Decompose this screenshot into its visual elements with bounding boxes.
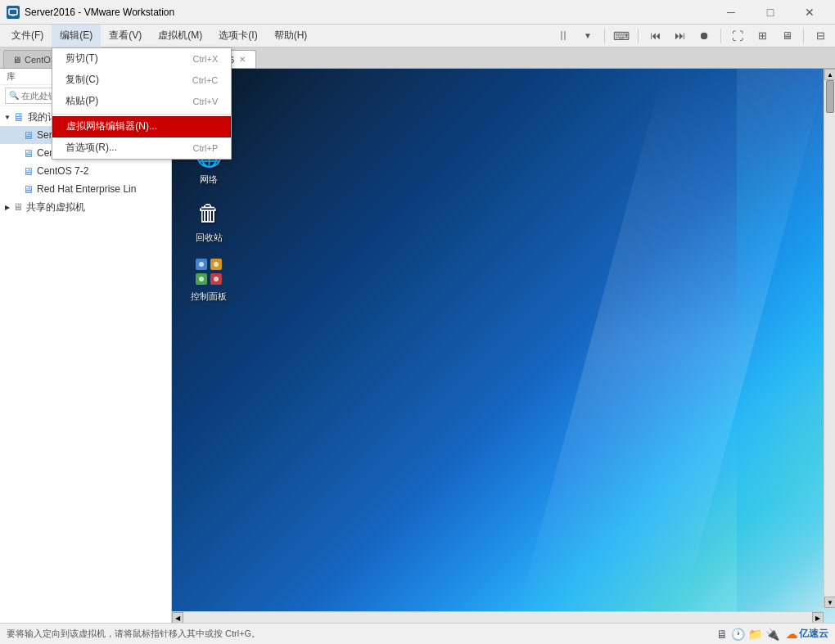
control-panel-icon [192,255,225,288]
menu-vm[interactable]: 虚拟机(M) [150,25,210,47]
app-icon [7,6,20,19]
toolbar-sep-1 [604,29,605,43]
status-icons: 🖥 🕐 📁 🔌 [716,628,779,641]
toolbar-snap1-icon[interactable]: ⏮ [643,26,666,46]
title-bar-text: Server2016 - VMware Workstation [25,7,174,18]
toolbar-send-icon[interactable]: ⌨ [610,26,633,46]
menu-tab[interactable]: 选项卡(I) [210,25,265,47]
svg-point-7 [214,262,219,267]
scrollbar-up-button[interactable]: ▲ [824,69,835,80]
sidebar-item-shared[interactable]: ▶ 🖥 共享的虚拟机 [0,198,171,216]
scrollbar-thumb-v[interactable] [826,80,834,113]
network-label: 网络 [200,174,218,185]
status-bar: 要将输入定向到该虚拟机，请将鼠标指针移入其中或按 Ctrl+G。 🖥 🕐 📁 🔌… [0,623,835,644]
scrollbar-track-h[interactable] [183,612,812,623]
brand-label: ☁ 亿速云 [786,627,828,641]
sidebar-item-centos72[interactable]: 🖥 CentOS 7-2 [0,162,171,180]
toolbar: ⏸ ▼ ⌨ ⏮ ⏭ ⏺ ⛶ ⊞ 🖥 ⊟ [552,26,832,46]
toolbar-snap2-icon[interactable]: ⏭ [668,26,691,46]
menu-edit[interactable]: 编辑(E) 剪切(T) Ctrl+X 复制(C) Ctrl+C 粘贴(P) Ct… [52,25,101,47]
shared-icon: 🖥 [13,201,23,213]
status-message: 要将输入定向到该虚拟机，请将鼠标指针移入其中或按 Ctrl+G。 [7,628,260,640]
horizontal-scrollbar[interactable]: ◀ ▶ [172,611,824,623]
status-right: 🖥 🕐 📁 🔌 ☁ 亿速云 [716,627,828,641]
tab-server2016-close[interactable]: ✕ [237,55,247,64]
sidebar-tree: ▼ 🖥 我的计算机 🖥 Server2016 🖥 CentOS 7-1 [0,106,171,623]
svg-rect-0 [9,9,17,15]
search-icon: 🔍 [9,91,19,100]
scrollbar-down-button[interactable]: ▼ [824,597,835,608]
sidebar-label-centos72: CentOS 7-2 [37,165,88,177]
minimize-button[interactable]: ─ [712,0,750,25]
sidebar-label-shared: 共享的虚拟机 [26,200,85,214]
desktop-icon-recycle[interactable]: 🗑 回收站 [180,193,237,246]
recycle-bin-icon: 🗑 [192,196,225,229]
menu-help[interactable]: 帮助(H) [266,25,316,47]
toolbar-sep-2 [638,29,639,43]
vm-icon-redhat: 🖥 [23,183,34,196]
toolbar-dropdown-icon[interactable]: ▼ [576,26,599,46]
vm-icon-server2016: 🖥 [23,129,34,142]
brand-icon: ☁ [786,628,797,641]
menu-view[interactable]: 查看(V) [101,25,150,47]
sidebar-item-redhat[interactable]: 🖥 Red Hat Enterprise Lin [0,180,171,198]
scrollbar-track-v[interactable] [824,80,835,597]
tab-centos71-icon: 🖥 [12,55,21,65]
scrollbar-left-button[interactable]: ◀ [172,612,183,623]
light-streak-2 [737,69,835,401]
pc-icon: 🖥 [13,110,25,124]
menu-bar: 文件(F) 编辑(E) 剪切(T) Ctrl+X 复制(C) Ctrl+C 粘贴… [0,25,835,47]
desktop-icon-control-panel[interactable]: 控制面板 [180,252,237,305]
edit-dropdown-menu: 剪切(T) Ctrl+X 复制(C) Ctrl+C 粘贴(P) Ctrl+V 虚… [52,47,232,160]
vertical-scrollbar[interactable]: ▲ ▼ [824,69,835,608]
usb-status-icon: 🔌 [765,628,779,641]
recycle-label: 回收站 [196,232,223,243]
folder-status-icon: 📁 [748,628,762,641]
expand-icon: ▼ [3,114,11,121]
toolbar-multi-icon[interactable]: ⊟ [809,26,832,46]
toolbar-pause-icon[interactable]: ⏸ [552,26,575,46]
menu-items: 文件(F) 编辑(E) 剪切(T) Ctrl+X 复制(C) Ctrl+C 粘贴… [3,25,315,47]
dropdown-separator-1 [52,114,231,115]
light-streak-3 [737,401,835,623]
menu-vnet-editor[interactable]: 虚拟网络编辑器(N)... [52,116,231,137]
vm-icon-centos71: 🖥 [23,147,34,160]
toolbar-unity-icon[interactable]: ⊞ [751,26,774,46]
sidebar-label-redhat: Red Hat Enterprise Lin [37,183,136,195]
svg-rect-1 [11,15,15,16]
menu-file[interactable]: 文件(F) [3,25,52,47]
title-bar-left: Server2016 - VMware Workstation [7,6,174,19]
expand-icon-shared: ▶ [3,204,11,211]
title-bar: Server2016 - VMware Workstation ─ □ ✕ [0,0,835,25]
svg-point-6 [199,262,204,267]
toolbar-display-icon[interactable]: 🖥 [775,26,798,46]
menu-paste[interactable]: 粘贴(P) Ctrl+V [52,91,231,112]
network-status-icon: 🖥 [716,628,728,641]
vm-icon-centos72: 🖥 [23,165,34,178]
toolbar-sep-3 [720,29,721,43]
menu-copy[interactable]: 复制(C) Ctrl+C [52,70,231,91]
clock-status-icon: 🕐 [731,628,745,641]
vm-viewport[interactable]: 🖥 此电脑 🌐 网络 🗑 回收站 [172,69,835,623]
menu-cut[interactable]: 剪切(T) Ctrl+X [52,48,231,70]
menu-preferences[interactable]: 首选项(R)... Ctrl+P [52,137,231,159]
close-button[interactable]: ✕ [791,0,828,25]
toolbar-snap3-icon[interactable]: ⏺ [693,26,715,46]
toolbar-full-icon[interactable]: ⛶ [726,26,749,46]
maximize-button[interactable]: □ [752,0,789,25]
window-controls: ─ □ ✕ [712,0,828,25]
toolbar-sep-4 [803,29,804,43]
svg-point-9 [214,277,219,281]
scrollbar-right-button[interactable]: ▶ [812,612,824,623]
control-panel-label: 控制面板 [191,291,227,302]
svg-point-8 [199,277,204,281]
